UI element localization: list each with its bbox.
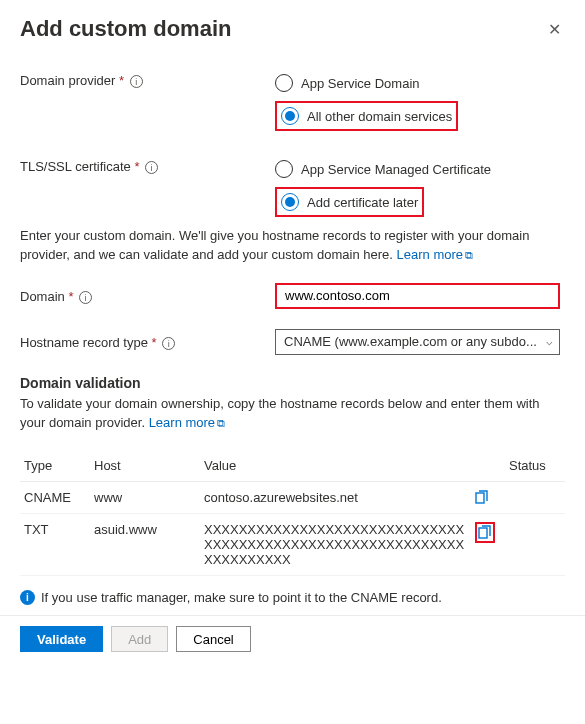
domain-input[interactable] <box>277 285 558 307</box>
hostname-type-select[interactable]: CNAME (www.example.com or any subdo... ⌵ <box>275 329 560 355</box>
radio-label: Add certificate later <box>307 195 418 210</box>
label-domain-provider: Domain provider * i <box>20 71 275 131</box>
svg-rect-0 <box>476 493 484 503</box>
add-button: Add <box>111 626 168 652</box>
radio-managed-cert[interactable]: App Service Managed Certificate <box>275 157 565 181</box>
traffic-manager-note: If you use traffic manager, make sure to… <box>41 590 442 605</box>
table-row: TXTasuid.wwwXXXXXXXXXXXXXXXXXXXXXXXXXXXX… <box>20 514 565 576</box>
label-domain: Domain * i <box>20 287 275 304</box>
copy-icon[interactable] <box>475 490 501 505</box>
close-icon[interactable]: ✕ <box>544 16 565 43</box>
th-type: Type <box>20 450 90 482</box>
cell-host: www <box>90 482 200 514</box>
label-tls-cert: TLS/SSL certificate * i <box>20 157 275 217</box>
learn-more-link[interactable]: Learn more⧉ <box>397 247 473 262</box>
radio-label: All other domain services <box>307 109 452 124</box>
learn-more-link[interactable]: Learn more⧉ <box>149 415 225 430</box>
info-icon[interactable]: i <box>79 291 92 304</box>
table-row: CNAMEwwwcontoso.azurewebsites.net <box>20 482 565 514</box>
radio-label: App Service Domain <box>301 76 420 91</box>
info-icon: i <box>20 590 35 605</box>
radio-label: App Service Managed Certificate <box>301 162 491 177</box>
cell-type: CNAME <box>20 482 90 514</box>
info-icon[interactable]: i <box>130 75 143 88</box>
validation-desc: To validate your domain ownership, copy … <box>20 395 565 433</box>
intro-paragraph: Enter your custom domain. We'll give you… <box>20 227 565 265</box>
section-title-validation: Domain validation <box>20 375 565 391</box>
cell-value: contoso.azurewebsites.net <box>200 482 471 514</box>
cancel-button[interactable]: Cancel <box>176 626 250 652</box>
cell-status <box>505 482 565 514</box>
radio-all-other-domain[interactable]: All other domain services <box>281 104 452 128</box>
radio-cert-later[interactable]: Add certificate later <box>281 190 418 214</box>
th-host: Host <box>90 450 200 482</box>
th-value: Value <box>200 450 471 482</box>
page-title: Add custom domain <box>20 16 231 42</box>
cell-host: asuid.www <box>90 514 200 576</box>
cell-value: XXXXXXXXXXXXXXXXXXXXXXXXXXXXXXXXXXXXXXXX… <box>200 514 471 576</box>
chevron-down-icon: ⌵ <box>546 335 553 348</box>
info-icon[interactable]: i <box>145 161 158 174</box>
info-icon[interactable]: i <box>162 337 175 350</box>
cell-type: TXT <box>20 514 90 576</box>
svg-rect-1 <box>479 528 487 538</box>
radio-app-service-domain[interactable]: App Service Domain <box>275 71 565 95</box>
external-link-icon: ⧉ <box>217 417 225 429</box>
copy-icon[interactable] <box>475 522 495 543</box>
validate-button[interactable]: Validate <box>20 626 103 652</box>
cell-status <box>505 514 565 576</box>
dns-records-table: Type Host Value Status CNAMEwwwcontoso.a… <box>20 450 565 576</box>
external-link-icon: ⧉ <box>465 249 473 261</box>
th-status: Status <box>505 450 565 482</box>
label-hostname-type: Hostname record type * i <box>20 333 275 350</box>
